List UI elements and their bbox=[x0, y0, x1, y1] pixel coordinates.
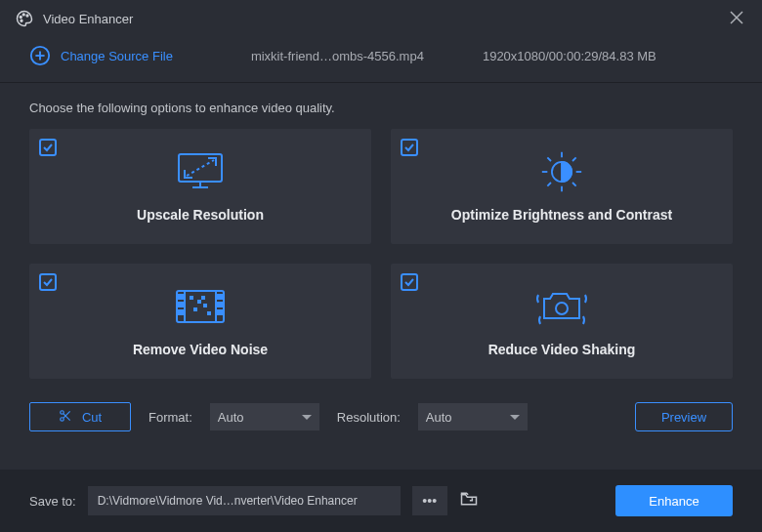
card-remove-noise[interactable]: Remove Video Noise bbox=[29, 264, 371, 379]
enhancement-options: Upscale Resolution Optimize Brightness a… bbox=[0, 129, 762, 379]
scissors-icon bbox=[59, 409, 72, 426]
svg-line-21 bbox=[547, 183, 551, 186]
source-filename: mixkit-friend…ombs-4556.mp4 bbox=[251, 49, 424, 63]
camera-shake-icon bbox=[534, 285, 589, 328]
change-source-button[interactable]: Change Source File bbox=[29, 45, 173, 66]
path-browse-button[interactable]: ••• bbox=[412, 486, 447, 515]
source-row: Change Source File mixkit-friend…ombs-45… bbox=[0, 37, 762, 83]
close-icon[interactable] bbox=[729, 10, 746, 27]
footer: Save to: D:\Vidmore\Vidmore Vid…nverter\… bbox=[0, 470, 762, 532]
monitor-upscale-icon bbox=[173, 150, 228, 193]
svg-rect-31 bbox=[190, 297, 192, 299]
svg-line-19 bbox=[572, 183, 576, 186]
preview-label: Preview bbox=[661, 410, 706, 425]
instruction-text: Choose the following options to enhance … bbox=[0, 83, 762, 129]
format-value: Auto bbox=[218, 410, 244, 425]
svg-point-0 bbox=[20, 17, 21, 19]
svg-point-1 bbox=[22, 14, 24, 16]
svg-point-2 bbox=[26, 15, 28, 17]
resolution-value: Auto bbox=[426, 410, 452, 425]
svg-rect-25 bbox=[179, 295, 183, 299]
svg-rect-33 bbox=[194, 308, 196, 310]
controls-row: Cut Format: Auto Resolution: Auto Previe… bbox=[0, 379, 762, 449]
chevron-down-icon bbox=[302, 415, 312, 420]
save-path-box[interactable]: D:\Vidmore\Vidmore Vid…nverter\Video Enh… bbox=[88, 486, 401, 515]
video-enhancer-window: Video Enhancer Change Source File mixkit… bbox=[0, 0, 762, 532]
save-to-label: Save to: bbox=[29, 494, 76, 509]
svg-point-3 bbox=[21, 20, 22, 21]
titlebar-left: Video Enhancer bbox=[16, 10, 133, 27]
card-reduce-shaking[interactable]: Reduce Video Shaking bbox=[391, 264, 733, 379]
format-select[interactable]: Auto bbox=[210, 403, 319, 430]
cut-button[interactable]: Cut bbox=[29, 402, 131, 431]
preview-button[interactable]: Preview bbox=[635, 402, 733, 431]
save-path-text: D:\Vidmore\Vidmore Vid…nverter\Video Enh… bbox=[98, 494, 358, 508]
chevron-down-icon bbox=[510, 415, 520, 420]
card-optimize-brightness[interactable]: Optimize Brightness and Contrast bbox=[391, 129, 733, 244]
checkbox-brightness[interactable] bbox=[401, 139, 418, 156]
video-noise-icon bbox=[173, 285, 228, 328]
checkbox-upscale[interactable] bbox=[39, 139, 57, 156]
resolution-label: Resolution: bbox=[337, 410, 401, 425]
checkbox-noise[interactable] bbox=[39, 273, 57, 291]
enhance-label: Enhance bbox=[649, 494, 698, 509]
card-upscale-label: Upscale Resolution bbox=[137, 207, 264, 223]
card-brightness-label: Optimize Brightness and Contrast bbox=[451, 207, 672, 223]
card-noise-label: Remove Video Noise bbox=[133, 342, 268, 357]
source-meta: 1920x1080/00:00:29/84.83 MB bbox=[483, 49, 656, 63]
cut-label: Cut bbox=[82, 410, 102, 425]
brightness-contrast-icon bbox=[538, 150, 585, 193]
svg-rect-29 bbox=[218, 303, 222, 307]
svg-rect-26 bbox=[179, 303, 183, 307]
svg-rect-30 bbox=[218, 310, 222, 314]
svg-rect-28 bbox=[218, 295, 222, 299]
svg-rect-35 bbox=[208, 312, 210, 314]
card-shaking-label: Reduce Video Shaking bbox=[488, 342, 636, 357]
svg-line-20 bbox=[572, 157, 576, 161]
ellipsis-icon: ••• bbox=[422, 493, 437, 509]
format-label: Format: bbox=[148, 410, 192, 425]
enhance-button[interactable]: Enhance bbox=[615, 485, 733, 516]
resolution-select[interactable]: Auto bbox=[418, 403, 528, 430]
svg-point-38 bbox=[61, 410, 64, 414]
svg-point-37 bbox=[556, 303, 568, 314]
svg-rect-34 bbox=[204, 305, 206, 307]
svg-rect-27 bbox=[179, 310, 183, 314]
titlebar: Video Enhancer bbox=[0, 0, 762, 37]
open-folder-button[interactable] bbox=[459, 489, 479, 512]
svg-rect-36 bbox=[202, 297, 204, 299]
svg-line-12 bbox=[187, 160, 214, 176]
card-upscale-resolution[interactable]: Upscale Resolution bbox=[29, 129, 371, 244]
svg-rect-32 bbox=[198, 301, 200, 303]
plus-circle-icon bbox=[29, 45, 51, 66]
svg-line-18 bbox=[547, 157, 551, 161]
window-title: Video Enhancer bbox=[43, 12, 133, 26]
app-palette-icon bbox=[16, 10, 33, 27]
svg-point-39 bbox=[61, 417, 64, 421]
change-source-label: Change Source File bbox=[61, 49, 173, 63]
checkbox-shaking[interactable] bbox=[401, 273, 418, 291]
